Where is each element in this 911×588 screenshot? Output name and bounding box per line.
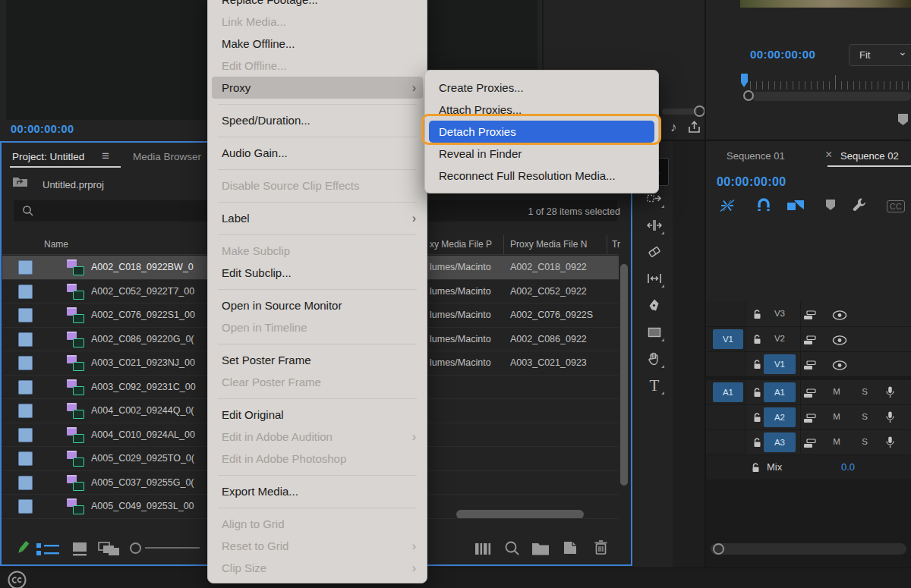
- freeform-view-icon[interactable]: [98, 542, 121, 560]
- marker-icon[interactable]: [825, 199, 836, 214]
- lock-icon[interactable]: [752, 359, 763, 373]
- folder-up-icon[interactable]: [12, 175, 28, 190]
- label-color-chip[interactable]: [18, 404, 33, 418]
- zoom-level-dropdown[interactable]: Fit ⌄: [849, 44, 911, 66]
- track-target-button[interactable]: A3: [764, 432, 796, 452]
- source-patch-button[interactable]: A1: [713, 382, 743, 402]
- program-timecode[interactable]: 00:00:00:00: [750, 48, 815, 61]
- lock-icon[interactable]: [752, 334, 763, 348]
- lock-icon[interactable]: [752, 412, 763, 426]
- lock-icon[interactable]: [752, 437, 763, 451]
- mute-button[interactable]: M: [831, 412, 843, 421]
- menu-item-set-poster-frame[interactable]: Set Poster Frame: [208, 349, 427, 371]
- label-color-chip[interactable]: [18, 308, 33, 322]
- track-header-v1[interactable]: V1: [706, 352, 911, 377]
- snap-magnet-icon[interactable]: [756, 198, 771, 215]
- solo-button[interactable]: S: [859, 437, 871, 446]
- submenu-item-reveal-in-finder[interactable]: Reveal in Finder: [425, 143, 658, 165]
- track-target-button[interactable]: A2: [764, 407, 796, 427]
- label-color-chip[interactable]: [18, 380, 33, 395]
- close-tab-icon[interactable]: ×: [825, 148, 832, 162]
- menu-item-label-submenu[interactable]: Label›: [208, 207, 427, 229]
- track-header-v2[interactable]: V1 V2: [706, 327, 911, 352]
- vertical-scrollbar[interactable]: [620, 264, 628, 486]
- track-header-a3[interactable]: A3 M S: [706, 430, 911, 455]
- track-header-a2[interactable]: A2 M S: [706, 405, 911, 430]
- menu-item-audio-gain[interactable]: Audio Gain...: [208, 142, 427, 164]
- new-bin-icon[interactable]: [531, 542, 550, 558]
- submenu-item-create-proxies[interactable]: Create Proxies...: [425, 77, 658, 99]
- pen-tool[interactable]: [647, 298, 662, 313]
- lock-icon[interactable]: [750, 462, 761, 476]
- creative-cloud-icon[interactable]: [7, 570, 27, 588]
- program-zoom-scrollbar[interactable]: [752, 92, 911, 101]
- column-divider[interactable]: [503, 235, 504, 254]
- sync-lock-icon[interactable]: [803, 360, 816, 373]
- label-color-chip[interactable]: [18, 332, 33, 347]
- solo-button[interactable]: S: [859, 412, 871, 421]
- submenu-item-attach-proxies[interactable]: Attach Proxies...: [425, 99, 658, 121]
- source-zoom-scrollbar[interactable]: [662, 108, 697, 115]
- source-patch-button[interactable]: V1: [713, 329, 743, 349]
- label-color-chip[interactable]: [18, 476, 33, 490]
- program-playhead[interactable]: [741, 74, 748, 83]
- ripple-edit-tool[interactable]: [647, 218, 662, 233]
- label-color-chip[interactable]: [18, 285, 33, 299]
- mute-button[interactable]: M: [831, 437, 843, 446]
- razor-tool[interactable]: [647, 244, 662, 259]
- sync-lock-icon[interactable]: [803, 438, 816, 451]
- tab-sequence-01[interactable]: Sequence 01: [727, 150, 785, 162]
- label-color-chip[interactable]: [18, 356, 33, 370]
- sync-lock-icon[interactable]: [803, 310, 816, 323]
- timeline-timecode[interactable]: 00:00:00:00: [717, 175, 786, 189]
- linked-selection-icon[interactable]: [786, 199, 805, 215]
- solo-button[interactable]: S: [859, 387, 871, 396]
- track-header-mix[interactable]: Mix 0.0: [706, 455, 911, 480]
- automate-to-sequence-icon[interactable]: [475, 542, 492, 558]
- timeline-scroll-handle[interactable]: [713, 543, 724, 555]
- track-header-a1[interactable]: A1 A1 M S: [706, 380, 911, 405]
- tab-media-browser[interactable]: Media Browser: [133, 151, 201, 162]
- voiceover-record-mic-icon[interactable]: [886, 411, 894, 426]
- source-zoom-handle[interactable]: [694, 105, 705, 117]
- hand-tool[interactable]: [647, 351, 662, 366]
- rectangle-tool[interactable]: [647, 325, 662, 340]
- column-header-name[interactable]: Name: [44, 239, 68, 250]
- delete-icon[interactable]: [593, 539, 610, 559]
- track-target-button[interactable]: V1: [764, 354, 796, 374]
- track-header-v3[interactable]: V3: [706, 302, 911, 327]
- toggle-track-output-eye-icon[interactable]: [832, 360, 847, 373]
- menu-item-speed-duration[interactable]: Speed/Duration...: [208, 109, 427, 131]
- panel-menu-icon[interactable]: ≡: [102, 149, 109, 164]
- track-label[interactable]: V2: [764, 334, 796, 343]
- find-icon[interactable]: [504, 540, 521, 560]
- lock-icon[interactable]: [752, 387, 763, 401]
- program-time-ruler[interactable]: [750, 81, 911, 90]
- tab-sequence-02[interactable]: Sequence 02: [840, 150, 899, 162]
- submenu-item-reconnect-full-resolution-media[interactable]: Reconnect Full Resolution Media...: [425, 165, 658, 187]
- submenu-item-detach-proxies[interactable]: Detach Proxies: [429, 121, 654, 143]
- timeline-horizontal-scrollbar[interactable]: [711, 543, 906, 555]
- new-item-icon[interactable]: [563, 540, 578, 558]
- voiceover-record-mic-icon[interactable]: [886, 436, 894, 451]
- voiceover-record-mic-icon[interactable]: [886, 386, 894, 401]
- sync-lock-icon[interactable]: [803, 388, 816, 401]
- slip-tool[interactable]: [647, 271, 662, 286]
- breadcrumb[interactable]: Untitled.prproj: [43, 179, 104, 190]
- tab-project[interactable]: Project: Untitled: [12, 151, 84, 162]
- export-frame-icon[interactable]: [687, 121, 701, 137]
- menu-item-replace-footage[interactable]: Replace Footage...: [208, 0, 427, 11]
- program-zoom-handle[interactable]: [743, 90, 754, 101]
- icon-view-icon[interactable]: [71, 542, 90, 559]
- column-header-tracks[interactable]: Tr: [612, 239, 620, 250]
- menu-item-proxy[interactable]: Proxy›: [212, 77, 423, 99]
- timeline-settings-wrench-icon[interactable]: [851, 197, 868, 216]
- menu-item-make-offline[interactable]: Make Offline...: [208, 33, 427, 55]
- label-color-chip[interactable]: [18, 260, 33, 275]
- label-color-chip[interactable]: [18, 428, 33, 442]
- source-timecode[interactable]: 00:00:00:00: [11, 123, 74, 135]
- drag-audio-only-icon[interactable]: ♪: [670, 120, 677, 135]
- column-header-proxy-path[interactable]: xy Media File P: [430, 239, 492, 250]
- toggle-track-output-eye-icon[interactable]: [832, 310, 847, 323]
- nest-as-sequence-icon[interactable]: [719, 198, 736, 216]
